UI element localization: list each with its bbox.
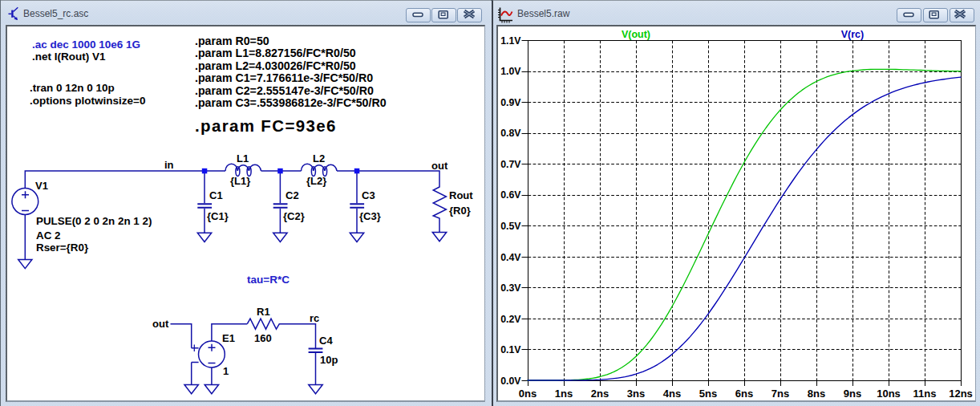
svg-text:1: 1: [223, 365, 229, 377]
svg-text:8ns: 8ns: [808, 388, 825, 400]
svg-text:.options plotwinsize=0: .options plotwinsize=0: [30, 95, 145, 107]
svg-text:9ns: 9ns: [844, 388, 861, 400]
svg-text:1ns: 1ns: [555, 388, 573, 400]
svg-text:0.6V: 0.6V: [500, 189, 521, 201]
svg-text:0.7V: 0.7V: [500, 159, 521, 170]
svg-text:{C3}: {C3}: [359, 210, 381, 222]
svg-text:.param FC=93e6: .param FC=93e6: [195, 116, 337, 135]
svg-text:out: out: [431, 160, 448, 172]
svg-text:C2: C2: [285, 189, 299, 201]
svg-text:10ns: 10ns: [877, 388, 901, 400]
svg-text:12ns: 12ns: [949, 388, 973, 400]
svg-text:C4: C4: [319, 335, 333, 347]
svg-text:R1: R1: [257, 306, 270, 318]
svg-text:.param L2=4.030026/FC*R0/50: .param L2=4.030026/FC*R0/50: [195, 59, 356, 72]
svg-text:6ns: 6ns: [735, 388, 753, 400]
svg-text:0.4V: 0.4V: [500, 252, 521, 263]
svg-text:.param C2=2.555147e-3/FC*50/R0: .param C2=2.555147e-3/FC*50/R0: [195, 84, 374, 97]
svg-text:0.9V: 0.9V: [500, 97, 521, 108]
svg-text:0.3V: 0.3V: [500, 282, 521, 294]
svg-text:.param R0=50: .param R0=50: [195, 35, 269, 47]
svg-text:V1: V1: [35, 180, 48, 192]
svg-text:.net I(Rout) V1: .net I(Rout) V1: [32, 51, 106, 63]
svg-text:160: 160: [254, 332, 272, 344]
svg-text:{C1}: {C1}: [207, 210, 229, 222]
svg-text:L1: L1: [237, 152, 249, 164]
svg-text:4ns: 4ns: [663, 388, 681, 400]
svg-text:7ns: 7ns: [771, 388, 789, 400]
svg-text:.ac dec 1000 10e6 1G: .ac dec 1000 10e6 1G: [32, 39, 140, 51]
svg-text:L2: L2: [313, 152, 325, 164]
svg-text:3ns: 3ns: [627, 388, 645, 400]
svg-text:0.8V: 0.8V: [500, 128, 521, 139]
svg-text:11ns: 11ns: [913, 388, 937, 400]
svg-text:.param C1=7.176611e-3/FC*50/R0: .param C1=7.176611e-3/FC*50/R0: [195, 71, 373, 84]
svg-text:0.2V: 0.2V: [500, 314, 521, 325]
svg-text:PULSE(0 2 0 2n 2n 1 2): PULSE(0 2 0 2n 2n 1 2): [36, 215, 152, 227]
svg-text:rc: rc: [310, 312, 319, 324]
svg-text:.tran 0 12n 0 10p: .tran 0 12n 0 10p: [30, 82, 115, 94]
svg-text:{R0}: {R0}: [449, 205, 471, 217]
svg-text:tau=R*C: tau=R*C: [247, 274, 290, 286]
svg-text:0ns: 0ns: [519, 388, 537, 400]
svg-text:1.0V: 1.0V: [500, 66, 521, 77]
svg-text:.param C3=.553986812e-3/FC*50/: .param C3=.553986812e-3/FC*50/R0: [195, 96, 387, 109]
svg-text:2ns: 2ns: [591, 388, 609, 400]
svg-text:AC 2: AC 2: [36, 229, 61, 242]
svg-text:C3: C3: [362, 189, 375, 201]
svg-text:0.0V: 0.0V: [500, 376, 521, 387]
svg-text:E1: E1: [222, 332, 235, 344]
svg-text:C1: C1: [209, 189, 223, 201]
svg-text:10p: 10p: [320, 354, 338, 366]
svg-text:.param L1=8.827156/FC*R0/50: .param L1=8.827156/FC*R0/50: [195, 47, 356, 59]
svg-text:{C2}: {C2}: [283, 210, 305, 222]
svg-text:{L2}: {L2}: [306, 175, 326, 187]
svg-text:out: out: [152, 318, 169, 330]
svg-text:1.1V: 1.1V: [500, 35, 521, 47]
svg-text:0.5V: 0.5V: [500, 221, 521, 232]
svg-text:{L1}: {L1}: [230, 175, 250, 187]
svg-text:V(out): V(out): [622, 29, 650, 40]
svg-text:in: in: [164, 159, 174, 171]
svg-text:Rout: Rout: [449, 189, 473, 201]
svg-text:5ns: 5ns: [699, 388, 717, 400]
svg-text:0.1V: 0.1V: [500, 344, 521, 355]
svg-text:Rser={R0}: Rser={R0}: [36, 242, 89, 254]
svg-text:V(rc): V(rc): [841, 29, 864, 40]
